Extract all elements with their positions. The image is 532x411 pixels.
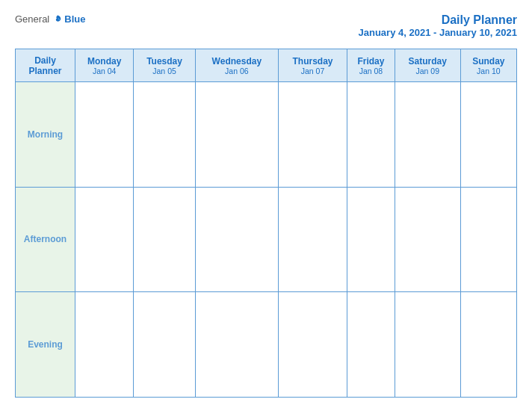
cell-evening-wednesday[interactable] — [195, 292, 278, 398]
date-range: January 4, 2021 - January 10, 2021 — [359, 27, 517, 38]
logo-text: General Blue — [15, 13, 85, 25]
col-header-friday: Friday Jan 08 — [347, 49, 395, 82]
cell-evening-friday[interactable] — [347, 292, 395, 398]
logo-area: General Blue — [15, 13, 85, 25]
col-header-daily-planner: Daily Planner — [16, 49, 75, 82]
col-header-wednesday: Wednesday Jan 06 — [195, 49, 278, 82]
cell-morning-saturday[interactable] — [395, 82, 460, 188]
logo-general-text: General — [15, 13, 49, 25]
cell-evening-monday[interactable] — [75, 292, 134, 398]
cell-afternoon-tuesday[interactable] — [134, 187, 195, 292]
header-row: Daily Planner Monday Jan 04 Tuesday Jan … — [16, 49, 517, 82]
logo-blue-text: Blue — [64, 13, 85, 25]
cell-afternoon-friday[interactable] — [347, 187, 395, 292]
row-afternoon: Afternoon — [16, 187, 517, 292]
page: General Blue Daily Planner January 4, 20… — [0, 0, 532, 411]
planner-title: Daily Planner — [359, 13, 517, 27]
label-morning: Morning — [16, 82, 75, 188]
col-header-monday: Monday Jan 04 — [75, 49, 134, 82]
col-header-thursday: Thursday Jan 07 — [279, 49, 347, 82]
col-header-tuesday: Tuesday Jan 05 — [134, 49, 195, 82]
cell-evening-tuesday[interactable] — [134, 292, 195, 398]
calendar-table: Daily Planner Monday Jan 04 Tuesday Jan … — [15, 49, 517, 398]
cell-morning-thursday[interactable] — [279, 82, 347, 188]
cell-afternoon-monday[interactable] — [75, 187, 134, 292]
cell-morning-friday[interactable] — [347, 82, 395, 188]
cell-evening-saturday[interactable] — [395, 292, 460, 398]
header: General Blue Daily Planner January 4, 20… — [15, 13, 517, 38]
cell-afternoon-wednesday[interactable] — [195, 187, 278, 292]
col-header-sunday: Sunday Jan 10 — [460, 49, 516, 82]
cell-morning-sunday[interactable] — [460, 82, 516, 188]
cell-evening-sunday[interactable] — [460, 292, 516, 398]
cell-morning-wednesday[interactable] — [195, 82, 278, 188]
row-evening: Evening — [16, 292, 517, 398]
label-evening: Evening — [16, 292, 75, 398]
logo-bird-icon — [52, 14, 63, 25]
col-header-saturday: Saturday Jan 09 — [395, 49, 460, 82]
title-area: Daily Planner January 4, 2021 - January … — [359, 13, 517, 38]
cell-afternoon-thursday[interactable] — [279, 187, 347, 292]
cell-afternoon-sunday[interactable] — [460, 187, 516, 292]
cell-afternoon-saturday[interactable] — [395, 187, 460, 292]
row-morning: Morning — [16, 82, 517, 188]
cell-morning-monday[interactable] — [75, 82, 134, 188]
label-afternoon: Afternoon — [16, 187, 75, 292]
cell-morning-tuesday[interactable] — [134, 82, 195, 188]
cell-evening-thursday[interactable] — [279, 292, 347, 398]
